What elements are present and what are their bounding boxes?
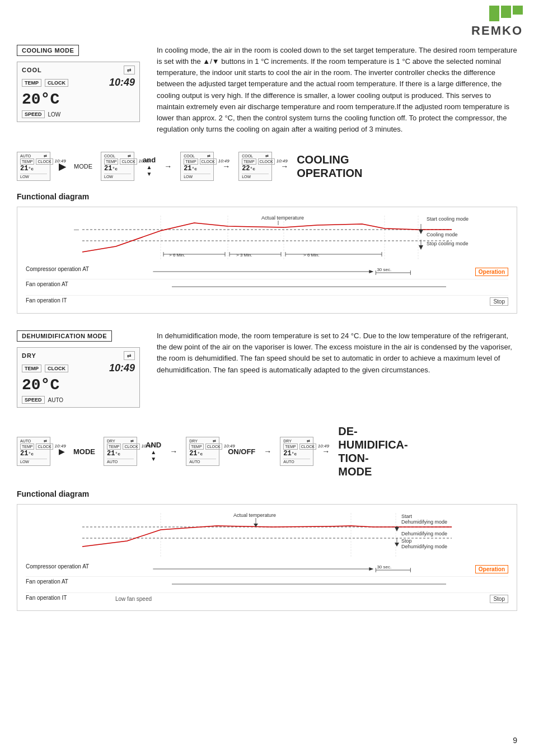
mini1-temp: 21°c (20, 165, 47, 172)
svg-marker-54 (369, 567, 373, 571)
logo-text: REMKO (471, 24, 523, 38)
dehumid-step1-arrow: ▶ (59, 447, 65, 456)
and-arrows-group: and ▲ ▼ (143, 156, 156, 178)
dehumid-step4-arrow: → (322, 447, 330, 456)
svg-text:30 sec.: 30 sec. (377, 267, 391, 272)
svg-text:> 3 Min.: > 3 Min. (236, 253, 252, 258)
fan-it-content: Stop (115, 296, 508, 307)
functional-diagram-cooling: Functional diagram — Actual tempe (17, 192, 517, 314)
cooling-temp-chart: — Actual temperature > 6 Min. > 3 Min. (26, 213, 508, 263)
compressor-label: Compressor operation AT (26, 264, 115, 279)
cooling-diagram-container: — Actual temperature > 6 Min. > 3 Min. (17, 207, 517, 314)
dehumid-temp-chart: Actual temperature Start Dehumidifying m… (26, 510, 508, 561)
dehumid-speed: AUTO (48, 397, 64, 403)
cooling-device-display: COOL ⇄ TEMP CLOCK 10:49 20°C SPEED LOW (17, 62, 140, 122)
svg-text:Dehumidifying mode: Dehumidifying mode (401, 519, 447, 525)
cooling-device-panel: COOLING mode COOL ⇄ TEMP CLOCK 10:49 20°… (17, 45, 140, 135)
step3-arrow: → (222, 162, 230, 171)
fan-at-label: Fan operation AT (26, 279, 115, 296)
dehumid-fan-it-label: Fan operation IT (26, 593, 115, 605)
cooling-operation-header: AUTO⇄ TEMPCLOCK10:49 21°c LOW ▶ MODE COO… (17, 152, 517, 181)
cooling-temperature: 20°C (22, 91, 135, 108)
speed-badge: SPEED (22, 110, 45, 118)
step4-arrow: → (280, 162, 288, 171)
step1-arrow: ▶ (59, 161, 65, 172)
operation-badge: Operation (475, 268, 508, 276)
stop-badge-cooling: Stop (490, 297, 508, 306)
dehumid-operation-section: AUTO⇄ TEMPCLOCK10:49 21°c LOW ▶ MODE DRY… (17, 424, 517, 478)
fan-it-label: Fan operation IT (26, 296, 115, 307)
functional-diagram-title-dehumid: Functional diagram (17, 489, 517, 498)
svg-marker-47 (395, 527, 399, 531)
dehumid-compressor-timeline: 30 sec. (115, 563, 471, 575)
header: REMKO (456, 6, 523, 39)
cooling-mode-icon: ⇄ (124, 66, 135, 74)
logo-bar-1 (489, 6, 499, 21)
cooling-description: In cooling mode, the air in the room is … (157, 45, 517, 135)
cooling-speed: LOW (48, 111, 61, 118)
up-down-arrows: ▲ ▼ (147, 164, 152, 178)
cooling-diagram-rows: Compressor operation AT 30 sec. Operatio… (26, 264, 508, 307)
svg-text:> 6 Min.: > 6 Min. (303, 253, 320, 258)
dehumid-operation-header: AUTO⇄ TEMPCLOCK10:49 21°c LOW ▶ MODE DRY… (17, 424, 517, 478)
dehumid-diagram-rows: Compressor operation AT 30 sec. Operatio… (26, 562, 508, 605)
dehumid-mode-text: DRY (22, 352, 36, 359)
cooling-operation-section: AUTO⇄ TEMPCLOCK10:49 21°c LOW ▶ MODE COO… (17, 152, 517, 181)
functional-diagram-title-cooling: Functional diagram (17, 192, 517, 201)
compressor-timeline: 30 sec. (115, 266, 471, 277)
logo: REMKO (456, 6, 523, 39)
dehumid-and-arrows: AND ▲ ▼ (146, 441, 161, 463)
svg-text:Cooling mode: Cooling mode (427, 232, 458, 237)
dehumid-device-display: DRY ⇄ TEMP CLOCK 10:49 20°C SPEED AUTO (17, 347, 140, 408)
dehumid-diagram-container: Actual temperature Start Dehumidifying m… (17, 504, 517, 611)
dehumid-fan-at-label: Fan operation AT (26, 577, 115, 593)
dehumid-step1-label: MODE (73, 447, 95, 456)
dehumid-fan-at-timeline (115, 578, 508, 590)
dehumid-step3-arrow: → (264, 447, 271, 456)
dehumid-mini-device-3: DRY⇄ TEMPCLOCK10:49 21°c AUTO (186, 437, 219, 466)
fan-at-timeline (115, 281, 508, 292)
mini-device-3: COOL⇄ TEMPCLOCK10:49 21°c LOW (180, 152, 214, 181)
fan-at-content (115, 279, 508, 296)
mini-device-4: COOL⇄ TEMPCLOCK10:49 22°c LOW (238, 152, 272, 181)
dehumidification-mode-section: DEHUMIDIFICATION MODE DRY ⇄ TEMP CLOCK 1… (17, 330, 517, 408)
svg-text:Stop: Stop (401, 538, 412, 544)
mini2-temp: 21°c (104, 165, 131, 172)
cooling-mode-label: COOLING mode (17, 45, 79, 56)
svg-marker-24 (419, 230, 423, 234)
svg-text:Stop cooling mode: Stop cooling mode (427, 241, 469, 246)
stop-badge-dehumid: Stop (490, 595, 508, 603)
mini2-mode-label: COOL (104, 154, 115, 158)
mini4-speed: LOW (242, 174, 269, 179)
logo-green-bars (489, 6, 523, 21)
dehumid-operation-title: DE- HUMIDIFICA- TION- MODE (338, 424, 407, 478)
svg-marker-28 (419, 245, 423, 250)
svg-text:30 sec.: 30 sec. (377, 564, 391, 570)
svg-text:Start: Start (401, 514, 413, 519)
dehumid-mode-icon: ⇄ (124, 351, 135, 360)
step2-arrow: → (164, 162, 172, 171)
dehumid-time: 10:49 (109, 362, 135, 374)
cooling-mode-text: COOL (22, 67, 42, 73)
dehumid-temp-badge: TEMP (22, 365, 41, 372)
dehumid-fan-at-content (115, 577, 508, 593)
dehumid-operation-badge: Operation (475, 565, 508, 573)
dehumid-mini-device-2: DRY⇄ TEMPCLOCK10:49 21°c AUTO (104, 437, 137, 466)
svg-text:Start cooling mode: Start cooling mode (427, 216, 469, 222)
svg-marker-30 (369, 270, 373, 273)
mini4-temp: 22°c (242, 165, 269, 172)
mini-device-1: AUTO⇄ TEMPCLOCK10:49 21°c LOW (17, 152, 50, 181)
dehumid-fan-it-content: Low fan speed Stop (115, 593, 508, 605)
cooling-time: 10:49 (109, 77, 135, 88)
cooling-degree: °C (41, 91, 60, 108)
dehumid-clock-badge: CLOCK (45, 365, 68, 372)
low-fan-speed-label: Low fan speed (115, 596, 152, 602)
dehumid-device-panel: DEHUMIDIFICATION MODE DRY ⇄ TEMP CLOCK 1… (17, 330, 140, 408)
dehumid-speed-badge: SPEED (22, 396, 45, 404)
dehumid-description: In dehumidification mode, the room tempe… (157, 330, 517, 408)
dehumid-step2-arrow: → (170, 447, 177, 456)
mini1-mode-label: AUTO (20, 154, 31, 158)
temp-badge: TEMP (22, 79, 41, 87)
dehumid-compressor-content: 30 sec. Operation (115, 562, 508, 577)
mini4-mode-label: COOL (242, 154, 253, 158)
